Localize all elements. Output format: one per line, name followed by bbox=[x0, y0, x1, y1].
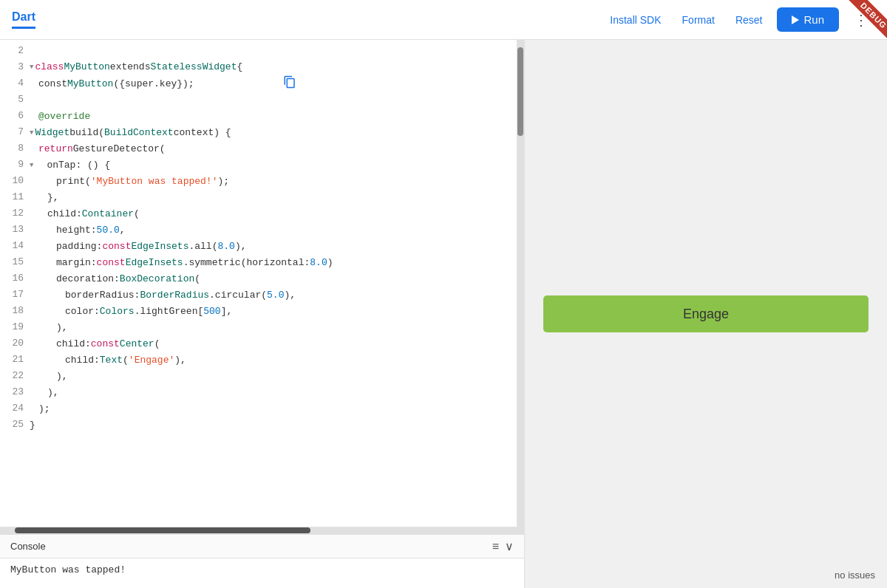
code-line: color: Colors.lightGreen[500], bbox=[30, 304, 517, 320]
console-text: MyButton was tapped! bbox=[10, 564, 126, 575]
code-line: ), bbox=[30, 320, 517, 336]
run-button[interactable]: Run bbox=[777, 7, 839, 32]
code-line: height: 50.0, bbox=[30, 222, 517, 239]
horizontal-scrollbar[interactable] bbox=[0, 527, 524, 534]
code-line: } bbox=[30, 417, 517, 434]
code-line: child: Container( bbox=[30, 206, 517, 222]
code-line bbox=[30, 92, 517, 109]
code-line: borderRadius: BorderRadius.circular(5.0)… bbox=[30, 287, 517, 304]
h-scrollbar-thumb bbox=[15, 527, 310, 533]
more-button[interactable]: ⋮ bbox=[848, 8, 875, 32]
code-line: ), bbox=[30, 385, 517, 401]
code-line: ▼ class MyButton extends StatelessWidget… bbox=[30, 59, 517, 75]
console-output: MyButton was tapped! bbox=[0, 558, 524, 588]
reset-button[interactable]: Reset bbox=[730, 10, 769, 30]
code-line: ), bbox=[30, 369, 517, 385]
engage-button[interactable]: Engage bbox=[543, 295, 869, 332]
console-collapse-button[interactable]: ∨ bbox=[505, 539, 514, 553]
scrollbar-thumb bbox=[517, 47, 523, 136]
run-label: Run bbox=[803, 13, 824, 26]
console-clear-button[interactable]: ≡ bbox=[492, 540, 499, 553]
fold-arrow: ▼ bbox=[30, 125, 33, 141]
code-area: 2 3 4 5 6 7 8 9 10 11 12 13 14 15 16 17 … bbox=[0, 40, 524, 527]
main-layout: 2 3 4 5 6 7 8 9 10 11 12 13 14 15 16 17 … bbox=[0, 40, 887, 588]
code-line bbox=[30, 43, 517, 59]
preview-panel: Engage no issues bbox=[525, 40, 887, 588]
code-line: ); bbox=[30, 401, 517, 417]
format-button[interactable]: Format bbox=[676, 10, 721, 30]
console-panel: Console ≡ ∨ MyButton was tapped! bbox=[0, 534, 524, 588]
code-content[interactable]: ▼ class MyButton extends StatelessWidget… bbox=[30, 40, 517, 527]
code-line: @override bbox=[30, 109, 517, 125]
console-header: Console ≡ ∨ bbox=[0, 535, 524, 558]
code-line: padding: const EdgeInsets.all(8.0), bbox=[30, 239, 517, 255]
code-line: child: const Center( bbox=[30, 336, 517, 352]
install-sdk-button[interactable]: Install SDK bbox=[604, 10, 667, 30]
code-line: ▼ onTap: () { bbox=[30, 157, 517, 174]
no-issues-label: no issues bbox=[835, 570, 875, 581]
console-title: Console bbox=[10, 541, 46, 552]
code-line: margin: const EdgeInsets.symmetric(horiz… bbox=[30, 255, 517, 271]
line-numbers: 2 3 4 5 6 7 8 9 10 11 12 13 14 15 16 17 … bbox=[0, 40, 30, 527]
code-line: child: Text('Engage'), bbox=[30, 352, 517, 369]
code-line: }, bbox=[30, 190, 517, 206]
code-line: decoration: BoxDecoration( bbox=[30, 271, 517, 287]
code-line: return GestureDetector( bbox=[30, 141, 517, 157]
dart-tab[interactable]: Dart bbox=[12, 10, 35, 29]
fold-arrow: ▼ bbox=[30, 59, 33, 75]
vertical-scrollbar[interactable] bbox=[517, 40, 524, 527]
header-actions: Install SDK Format Reset Run ⋮ bbox=[604, 7, 875, 32]
console-actions: ≡ ∨ bbox=[492, 539, 514, 553]
code-line: const MyButton({super.key}); bbox=[30, 75, 517, 92]
copy-button[interactable] bbox=[283, 75, 296, 92]
code-line: print('MyButton was tapped!'); bbox=[30, 174, 517, 190]
code-line: ▼ Widget build(BuildContext context) { bbox=[30, 125, 517, 141]
editor-panel: 2 3 4 5 6 7 8 9 10 11 12 13 14 15 16 17 … bbox=[0, 40, 525, 588]
play-icon bbox=[792, 16, 799, 24]
fold-arrow: ▼ bbox=[30, 157, 33, 174]
header: Dart Install SDK Format Reset Run ⋮ DEBU… bbox=[0, 0, 887, 40]
